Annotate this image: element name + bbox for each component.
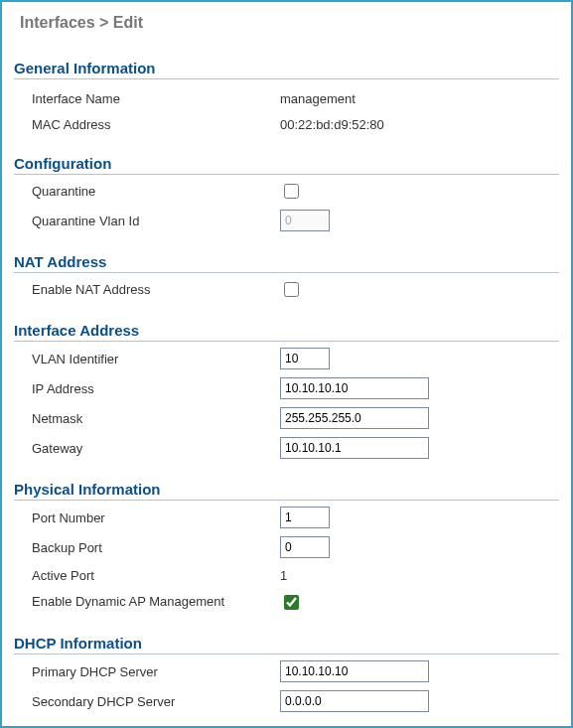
primary-dhcp-input[interactable]	[280, 660, 429, 682]
section-general-heading: General Information	[14, 60, 559, 79]
dynamic-ap-label: Enable Dynamic AP Management	[32, 594, 280, 610]
row-vlan-id: VLAN Identifier	[14, 344, 559, 373]
row-secondary-dhcp: Secondary DHCP Server	[14, 686, 559, 716]
breadcrumb: Interfaces > Edit	[20, 14, 559, 32]
row-active-port: Active Port 1	[14, 562, 559, 588]
mac-address-value: 00:22:bd:d9:52:80	[280, 117, 384, 132]
backup-port-input[interactable]	[280, 536, 330, 558]
ip-address-input[interactable]	[280, 377, 429, 399]
row-gateway: Gateway	[14, 433, 559, 463]
quarantine-label: Quarantine	[32, 184, 280, 199]
vlan-id-input[interactable]	[280, 348, 330, 369]
row-quarantine-vlan-id: Quarantine Vlan Id	[14, 206, 559, 235]
dynamic-ap-checkbox[interactable]	[284, 595, 299, 610]
row-netmask: Netmask	[14, 403, 559, 433]
active-port-value: 1	[280, 568, 287, 583]
row-ip-address: IP Address	[14, 373, 559, 403]
row-primary-dhcp: Primary DHCP Server	[14, 656, 559, 686]
secondary-dhcp-input[interactable]	[280, 690, 429, 712]
section-dhcp-heading: DHCP Information	[14, 635, 559, 655]
interface-name-label: Interface Name	[32, 91, 280, 106]
port-number-label: Port Number	[32, 510, 280, 525]
row-dynamic-ap: Enable Dynamic AP Management	[14, 588, 559, 617]
gateway-label: Gateway	[32, 441, 280, 456]
mac-address-label: MAC Address	[32, 117, 280, 132]
enable-nat-checkbox[interactable]	[284, 282, 299, 297]
interface-edit-panel: Interfaces > Edit General Information In…	[0, 0, 573, 728]
port-number-input[interactable]	[280, 507, 330, 528]
backup-port-label: Backup Port	[32, 540, 280, 555]
secondary-dhcp-label: Secondary DHCP Server	[32, 694, 280, 709]
section-nat-heading: NAT Address	[14, 253, 559, 273]
netmask-label: Netmask	[32, 411, 280, 426]
row-mac-address: MAC Address 00:22:bd:d9:52:80	[14, 111, 559, 137]
section-interface-address-heading: Interface Address	[14, 322, 559, 342]
netmask-input[interactable]	[280, 407, 429, 429]
row-interface-name: Interface Name management	[14, 85, 559, 111]
quarantine-vlan-label: Quarantine Vlan Id	[32, 214, 280, 228]
row-backup-port: Backup Port	[14, 532, 559, 562]
row-enable-nat: Enable NAT Address	[14, 275, 559, 304]
section-physical-heading: Physical Information	[14, 481, 559, 501]
enable-nat-label: Enable NAT Address	[32, 282, 280, 297]
gateway-input[interactable]	[280, 437, 429, 459]
active-port-label: Active Port	[32, 568, 280, 583]
interface-name-value: management	[280, 91, 356, 106]
quarantine-vlan-input[interactable]	[280, 210, 330, 231]
quarantine-checkbox[interactable]	[284, 184, 299, 199]
row-quarantine: Quarantine	[14, 177, 559, 206]
ip-address-label: IP Address	[32, 381, 280, 396]
vlan-id-label: VLAN Identifier	[32, 352, 280, 366]
primary-dhcp-label: Primary DHCP Server	[32, 664, 280, 679]
row-port-number: Port Number	[14, 503, 559, 532]
section-configuration-heading: Configuration	[14, 155, 559, 175]
